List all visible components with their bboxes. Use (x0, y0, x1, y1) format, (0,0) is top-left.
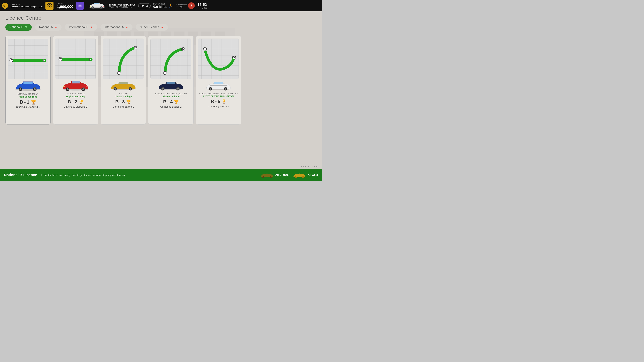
level-label: To Next Level (176, 4, 187, 6)
tab-super-licence-label: Super Licence (140, 25, 159, 29)
card-b4-badge-row: B - 4 🏆 (163, 99, 179, 105)
svg-rect-95 (210, 85, 227, 86)
top-bar: GT Menu Book Collection: Japanese Compac… (0, 0, 322, 11)
tab-super-licence[interactable]: Super Licence 🔺 (136, 24, 168, 31)
gold-car-icon (293, 172, 306, 178)
workout-value: 0.0 Miles (153, 5, 167, 9)
licence-title: Licence Centre (5, 15, 42, 21)
card-b5-location: KYOTO DRIVING PARK - MIYABI (203, 95, 234, 97)
svg-rect-65 (134, 46, 136, 47)
card-b5-badge-row: B - 5 🏆 (211, 99, 226, 104)
card-b1-lesson: Starting & Stopping 1 (16, 105, 40, 108)
credits-section: Credits 1,000,000 (57, 2, 73, 9)
bronze-car-icon (260, 172, 274, 178)
svg-point-37 (10, 59, 13, 62)
time-display: 15:52 (198, 2, 207, 7)
card-b4-location: Alsace - Village (162, 95, 180, 98)
card-b4-trophy: 🏆 (174, 100, 178, 104)
car-name: Integra Type R (DC2) '98 (108, 3, 135, 6)
time-section: 15:52 2 Sep (198, 2, 207, 9)
workout-section: Daily Workout 0.0 Miles 🏃 (153, 3, 173, 9)
svg-point-49 (59, 58, 62, 61)
svg-point-11 (101, 7, 102, 8)
cone-icon-1: 🔺 (54, 26, 58, 29)
svg-point-3 (49, 6, 50, 7)
card-b4-badge: B - 4 (163, 99, 172, 105)
svg-point-74 (182, 48, 185, 51)
main-content: Licence Centre National B ▼ National A 🔺… (0, 11, 322, 181)
svg-rect-55 (72, 81, 80, 83)
car-info: Integra Type R (DC2) '98 FF / 201 BHP / … (108, 3, 135, 8)
svg-point-62 (118, 71, 121, 75)
cone-icon-3: 🔺 (125, 26, 128, 29)
svg-point-70 (114, 88, 116, 90)
svg-point-59 (82, 88, 84, 90)
tab-international-b[interactable]: International B 🔺 (65, 24, 97, 31)
card-b3-badge: B - 3 (115, 99, 124, 105)
date-display: 2 Sep (202, 7, 207, 9)
car-specs: FF / 201 BHP / 1,080 kg / NA (108, 6, 135, 8)
tab-international-b-label: International B (69, 25, 88, 29)
card-b4-track (150, 38, 191, 79)
svg-rect-43 (24, 82, 32, 84)
svg-rect-12 (90, 6, 92, 7)
card-b5-trophy: 🏆 (222, 99, 226, 104)
svg-rect-79 (166, 82, 175, 84)
svg-point-96 (262, 176, 264, 178)
svg-point-92 (210, 88, 211, 90)
svg-rect-40 (11, 59, 12, 60)
svg-rect-52 (60, 58, 62, 59)
bottom-bar: National B Licence Learn the basics of d… (0, 169, 322, 181)
bottom-description: Learn the basics of driving: how to get … (41, 174, 256, 176)
card-b4-lesson: Cornering Basics 2 (160, 105, 182, 108)
card-b3-track (103, 38, 144, 79)
bottom-reward-gold: All Gold (293, 172, 318, 178)
card-b1-car-name: Demio XD Touring '15 (18, 92, 38, 95)
card-b1[interactable]: Demio XD Touring '15 High Speed Ring B -… (5, 36, 51, 124)
exp-value: 334 Exp. (176, 6, 187, 8)
tab-national-a[interactable]: National A 🔺 (35, 24, 62, 31)
svg-point-97 (270, 176, 272, 178)
svg-rect-7 (94, 3, 99, 4)
menu-book-label: Menu Book (11, 3, 43, 5)
card-b4[interactable]: Silvia K's Dia Selection (S13) '90 Alsac… (148, 36, 194, 124)
svg-rect-39 (10, 58, 11, 59)
card-b3[interactable]: S800 '66 Alsace - Village B - 3 🏆 Corner… (100, 36, 146, 124)
card-b5[interactable]: Corolla Levin 1600GT APEX (AE86) '83 KYO… (196, 36, 241, 124)
svg-point-57 (66, 88, 68, 90)
card-b1-location: High Speed Ring (18, 95, 38, 98)
cards-row: Demio XD Touring '15 High Speed Ring B -… (5, 36, 322, 124)
level-badge: 7 (188, 2, 195, 9)
card-b5-lesson: Cornering Basics 3 (208, 105, 229, 108)
svg-point-47 (34, 88, 36, 90)
card-b3-trophy: 🏆 (126, 99, 131, 104)
svg-point-73 (164, 71, 167, 75)
card-b2-car (60, 79, 91, 91)
music-icon[interactable] (76, 2, 84, 10)
card-b2[interactable]: GTO Twin Turbo '91 High Speed Ring B - 2… (53, 36, 98, 124)
credits-label: Credits (57, 2, 73, 4)
svg-rect-76 (182, 48, 183, 49)
svg-point-99 (302, 176, 304, 178)
cone-icon-0: ▼ (25, 25, 28, 29)
card-b5-car (204, 79, 234, 91)
tab-national-b[interactable]: National B ▼ (5, 24, 32, 31)
svg-point-94 (225, 88, 226, 90)
card-b5-track (198, 38, 239, 79)
tab-national-b-label: National B (10, 25, 23, 29)
collection-icon (46, 2, 54, 10)
card-b3-location: Alsace - Village (115, 95, 132, 98)
pp-badge: PP 412 (138, 3, 150, 8)
svg-rect-68 (118, 82, 128, 84)
credits-value: 1,000,000 (57, 4, 73, 9)
tab-international-a[interactable]: International A 🔺 (100, 24, 132, 31)
card-b4-car (156, 79, 186, 91)
all-gold-label: All Gold (308, 173, 318, 176)
card-b5-badge: B - 5 (211, 99, 220, 104)
captured-text: Captured on PS5 (301, 165, 318, 168)
card-b1-badge-row: B - 1 🏆 (20, 99, 36, 105)
workout-info: Daily Workout 0.0 Miles (153, 3, 167, 9)
card-b3-badge-row: B - 3 🏆 (115, 99, 131, 105)
card-b2-track (55, 38, 96, 79)
all-bronze-label: All Bronze (276, 173, 289, 176)
